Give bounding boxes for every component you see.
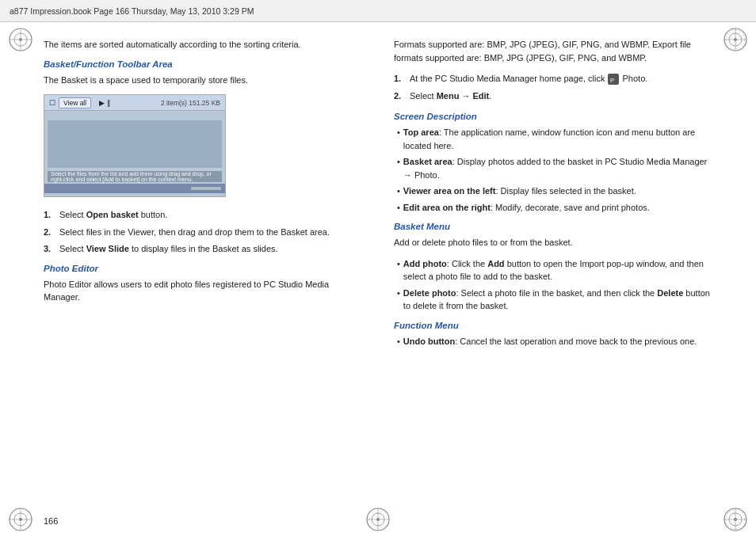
photo-editor-text: Photo Editor allows users to edit photo … — [44, 278, 362, 304]
basket-menu-intro: Add or delete photo files to or from the… — [394, 236, 712, 249]
screenshot-bottom-bar — [44, 184, 225, 193]
svg-point-20 — [734, 518, 737, 521]
photo-editor-heading: Photo Editor — [44, 264, 362, 273]
right-step-1: 1. At the PC Studio Media Manager home p… — [394, 72, 712, 86]
screen-desc-item-4: Edit area on the right: Modify, decorate… — [394, 201, 712, 215]
left-intro-text: The items are sorted automatically accor… — [44, 38, 362, 51]
basket-toolbar-heading: Basket/Function Toolbar Area — [44, 59, 362, 69]
function-menu-list: Undo button: Cancel the last operation a… — [394, 335, 712, 348]
screen-desc-item-2: Basket area: Display photos added to the… — [394, 155, 712, 181]
page-number: 166 — [44, 516, 58, 526]
right-step-2: 2. Select Menu → Edit. — [394, 89, 712, 103]
svg-point-4 — [19, 38, 22, 41]
left-step-1: 1. Select Open basket button. — [44, 208, 362, 222]
header-text: a877 Impression.book Page 166 Thursday, … — [10, 6, 254, 16]
left-steps-list: 1. Select Open basket button. 2. Select … — [44, 208, 362, 256]
content-area: The items are sorted automatically accor… — [0, 22, 756, 540]
progress-bar — [190, 186, 222, 191]
right-step-1-text: At the PC Studio Media Manager home page… — [410, 72, 647, 86]
corner-tl — [6, 25, 35, 54]
screen-description-list: Top area: The application name, window f… — [394, 126, 712, 214]
step-num-1: 1. — [44, 208, 55, 222]
screenshot-toolbar: ☐ View all ▶ ‖ 2 item(s) 151.25 KB — [44, 95, 225, 111]
screenshot-arrow: ▶ ‖ — [99, 99, 111, 107]
screenshot-body: Select the files from the list and add t… — [44, 111, 225, 196]
screenshot-checkbox-icon: ☐ — [49, 99, 55, 107]
page-container: a877 Impression.book Page 166 Thursday, … — [0, 0, 756, 540]
basket-menu-item-1: Add photo: Click the Add button to open … — [394, 257, 712, 283]
right-step-2-text: Select Menu → Edit. — [410, 89, 491, 103]
right-step-num-2: 2. — [394, 89, 405, 103]
screenshot-footer-bar: Select the files from the list and add t… — [48, 171, 222, 182]
step-3-text: Select View Slide to display files in th… — [59, 242, 278, 256]
basket-menu-text-1: Add photo: Click the Add button to open … — [403, 257, 712, 283]
corner-bl — [6, 505, 35, 534]
left-step-2: 2. Select files in the Viewer, then drag… — [44, 226, 362, 239]
screen-desc-text-1: Top area: The application name, window f… — [403, 126, 712, 152]
left-column: The items are sorted automatically accor… — [0, 38, 378, 524]
corner-tr — [721, 25, 750, 54]
screenshot-box: ☐ View all ▶ ‖ 2 item(s) 151.25 KB Selec… — [44, 94, 226, 197]
step-1-text: Select Open basket button. — [59, 208, 167, 222]
basket-menu-item-2: Delete photo: Select a photo file in the… — [394, 287, 712, 313]
screenshot-footer-text: Select the files from the list and add t… — [51, 171, 219, 182]
basket-toolbar-text: The Basket is a space used to temporaril… — [44, 74, 362, 87]
svg-text:P: P — [610, 77, 614, 84]
step-num-3: 3. — [44, 242, 55, 256]
screen-desc-text-2: Basket area: Display photos added to the… — [403, 155, 712, 181]
bottom-center-decoration — [364, 505, 392, 534]
function-menu-item-1: Undo button: Cancel the last operation a… — [394, 335, 712, 348]
view-all-button: View all — [59, 97, 91, 108]
screen-desc-item-1: Top area: The application name, window f… — [394, 126, 712, 152]
screenshot-item-count: 2 item(s) 151.25 KB — [161, 99, 220, 107]
svg-point-9 — [734, 38, 737, 41]
screen-desc-text-4: Edit area on the right: Modify, decorate… — [403, 201, 650, 215]
screen-desc-item-3: Viewer area on the left: Display files s… — [394, 184, 712, 198]
function-menu-heading: Function Menu — [394, 321, 712, 330]
right-steps-list: 1. At the PC Studio Media Manager home p… — [394, 72, 712, 102]
basket-menu-list: Add photo: Click the Add button to open … — [394, 257, 712, 313]
basket-menu-heading: Basket Menu — [394, 222, 712, 231]
corner-br — [721, 505, 750, 534]
screen-desc-text-3: Viewer area on the left: Display files s… — [403, 184, 636, 198]
svg-point-15 — [19, 518, 22, 521]
function-menu-text-1: Undo button: Cancel the last operation a… — [403, 335, 697, 348]
step-num-2: 2. — [44, 226, 55, 239]
svg-point-26 — [376, 518, 380, 521]
right-intro-text: Formats supported are: BMP, JPG (JPEG), … — [394, 38, 712, 64]
right-column: Formats supported are: BMP, JPG (JPEG), … — [378, 38, 756, 524]
header-bar: a877 Impression.book Page 166 Thursday, … — [0, 0, 756, 22]
screen-description-heading: Screen Description — [394, 112, 712, 121]
right-step-num-1: 1. — [394, 72, 405, 86]
basket-menu-text-2: Delete photo: Select a photo file in the… — [403, 287, 712, 313]
left-step-3: 3. Select View Slide to display files in… — [44, 242, 362, 256]
step-2-text: Select files in the Viewer, then drag an… — [59, 226, 330, 239]
